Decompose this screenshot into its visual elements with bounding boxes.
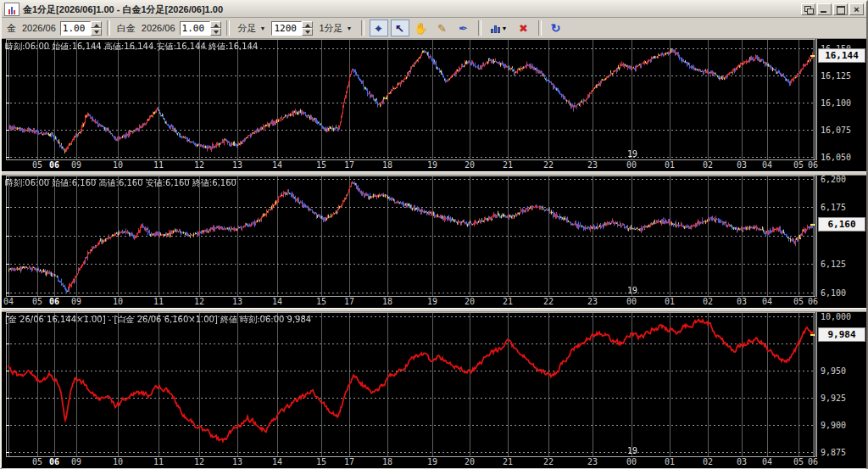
app-window: 金1分足[2026/06]1.00 - 白金1分足[2026/06]1.00 ×… [0, 0, 868, 469]
time-axis-label: 17 [341, 457, 358, 466]
time-axis-label: 19 [424, 160, 441, 170]
time-axis-label: 09 [68, 457, 85, 466]
time-axis-label: 04 [759, 457, 776, 466]
time-axis-label: 04 [2, 297, 17, 306]
price-axis-label: 9,875 [821, 448, 846, 457]
chevron-down-icon: ▼ [260, 25, 266, 31]
time-axis-label: 05 [29, 457, 46, 466]
pencil-tool-icon: ✎ [437, 23, 447, 34]
cascade-windows-button[interactable] [801, 3, 815, 15]
platinum-multiplier-spinner[interactable] [210, 21, 221, 36]
bar-type-label: 分足 [238, 22, 257, 35]
time-axis-label: 02 [699, 457, 716, 466]
platinum-time-axis: 0405060910111213141517181920212223000102… [2, 297, 820, 308]
time-axis-label: 15 [313, 160, 330, 170]
time-axis-label: 09 [68, 160, 85, 170]
titlebar[interactable]: 金1分足[2026/06]1.00 - 白金1分足[2026/06]1.00 × [2, 2, 866, 18]
bar-type-dropdown[interactable]: 分足 ▼ [235, 21, 270, 36]
spread-price-scale[interactable]: 10,0009,9509,9259,9009,8759,984 [816, 312, 866, 457]
gold-multiplier-spinner[interactable] [91, 21, 102, 36]
refresh-button[interactable]: ↻ [547, 20, 565, 36]
track-tool-icon: ⌖ [376, 23, 381, 34]
pencil-tool-button[interactable]: ✎ [433, 20, 452, 36]
spread-time-axis: 0506091011121314151718192021222300010203… [2, 457, 820, 468]
maximize-button[interactable] [833, 3, 848, 15]
gold-ohlc-info: 時刻:06:00 始値:16,144 高値:16,144 安値:16,144 終… [5, 41, 258, 53]
toolbar: 金 2026/06 白金 2026/06 分足 ▼ 1分足 ▼ ⌖ [2, 18, 866, 39]
bar-count-spinner[interactable] [302, 21, 313, 36]
gold-candlestick-chart[interactable] [6, 39, 815, 160]
platinum-chart-panel: 時刻:06:00 始値:6,160 高値:6,160 安値:6,160 終値:6… [2, 176, 866, 308]
time-axis-label: 23 [584, 297, 601, 306]
platinum-multiplier-input[interactable] [180, 21, 210, 36]
time-axis-label: 04 [759, 297, 776, 306]
time-axis-label: 12 [191, 160, 208, 170]
time-axis-label: 20 [461, 457, 478, 466]
time-axis-label: 23 [584, 160, 601, 170]
time-axis-label: 19 [424, 457, 441, 466]
time-axis-label: 01 [661, 457, 678, 466]
gold-multiplier-input[interactable] [60, 21, 91, 36]
time-axis-label: 13 [229, 457, 246, 466]
price-axis-label: 9,900 [821, 421, 846, 430]
chart-style-icon [491, 24, 500, 33]
chart-area: 時刻:06:00 始値:16,144 高値:16,144 安値:16,144 終… [2, 39, 866, 465]
price-axis-label: 16,075 [821, 126, 851, 135]
close-button[interactable]: × [849, 3, 864, 15]
gold-price-scale[interactable]: 16,15016,12516,10016,07516,05016,144 [816, 39, 866, 160]
brush-tool-icon: ✒ [459, 23, 468, 34]
price-axis-label: 16,100 [821, 98, 851, 108]
time-axis-label: 06 [46, 160, 63, 170]
time-axis-label: 21 [499, 160, 516, 170]
app-candlestick-icon [4, 3, 19, 16]
time-axis-label: 00 [623, 297, 640, 306]
interval-dropdown[interactable]: 1分足 ▼ [315, 21, 355, 36]
time-axis-label: 02 [699, 160, 716, 170]
spread-line-chart[interactable] [6, 312, 815, 457]
time-axis-label: 20 [461, 160, 478, 170]
time-axis-label: 03 [733, 160, 750, 170]
toolbar-separator [538, 20, 542, 36]
platinum-contract-month: 2026/06 [142, 23, 175, 33]
time-axis-label: 00 [623, 457, 640, 466]
platinum-ohlc-info: 時刻:06:00 始値:6,160 高値:6,160 安値:6,160 終値:6… [5, 177, 236, 189]
time-axis-label: 18 [379, 160, 396, 170]
gold-label: 金 [7, 22, 16, 35]
time-axis-label: 03 [733, 457, 750, 466]
platinum-price-scale[interactable]: 6,2006,1756,1256,1006,160 [816, 176, 866, 297]
time-axis-label: 13 [229, 160, 246, 170]
time-axis-label: 11 [150, 297, 167, 306]
platinum-candlestick-chart[interactable] [6, 176, 815, 297]
platinum-label: 白金 [117, 22, 136, 35]
cursor-tool-button[interactable]: ↖ [391, 20, 409, 36]
time-axis-label: 05 [29, 297, 46, 306]
time-axis-label: 05 [29, 160, 46, 170]
time-axis-label: 06 [804, 457, 820, 466]
time-axis-label: 10 [109, 457, 126, 466]
time-axis-label: 14 [269, 297, 286, 306]
time-axis-label: 06 [804, 297, 820, 306]
toolbar-separator [226, 20, 230, 36]
price-axis-label: 6,200 [821, 175, 846, 184]
cursor-tool-icon: ↖ [395, 23, 404, 34]
hand-tool-button[interactable]: ✋ [412, 20, 431, 36]
time-axis-label: 21 [499, 297, 516, 306]
brush-tool-button[interactable]: ✒ [454, 20, 473, 36]
time-axis-label: 14 [269, 457, 286, 466]
spread-info: [金 26/06 16,144×1.00] - [白金 26/06 6,160×… [5, 314, 311, 326]
time-axis-label: 12 [191, 297, 208, 306]
delete-drawing-button[interactable]: ✖ [515, 20, 533, 36]
date-marker: 19 [627, 446, 637, 455]
track-tool-button[interactable]: ⌖ [370, 20, 388, 36]
window-title: 金1分足[2026/06]1.00 - 白金1分足[2026/06]1.00 [23, 3, 801, 16]
spread-chart-panel: [金 26/06 16,144×1.00] - [白金 26/06 6,160×… [2, 312, 866, 468]
time-axis-label: 12 [191, 457, 208, 466]
refresh-icon: ↻ [551, 23, 561, 34]
time-axis-label: 04 [759, 160, 776, 170]
time-axis-label: 10 [109, 160, 126, 170]
bar-count-input[interactable] [271, 21, 302, 36]
date-marker: 19 [627, 286, 637, 295]
chart-style-dropdown[interactable]: ▼ [487, 20, 512, 36]
time-axis-label: 03 [733, 297, 750, 306]
minimize-button[interactable] [817, 3, 832, 15]
